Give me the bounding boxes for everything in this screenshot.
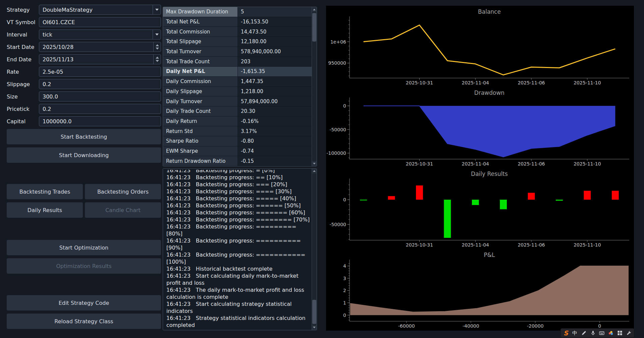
daily-results-chart[interactable]: Daily Results0-500002025-10-312025-11-04…: [326, 168, 634, 249]
statistics-row[interactable]: Return Std 3.17%: [163, 126, 312, 136]
spinner-buttons[interactable]: [153, 42, 161, 52]
stats-scrollbar[interactable]: [312, 7, 317, 166]
edit-strategy-code-button[interactable]: Edit Strategy Code: [7, 295, 161, 311]
start-backtesting-button[interactable]: Start Backtesting: [7, 129, 161, 144]
statistic-name[interactable]: Daily Net P&L: [163, 67, 238, 77]
statistics-row[interactable]: EWM Sharpe -0.74: [163, 146, 312, 156]
chinese-mode-icon[interactable]: 中: [571, 329, 579, 337]
statistics-row[interactable]: Daily Net P&L -1,615.35: [163, 67, 312, 77]
statistic-value[interactable]: 3.17%: [238, 126, 312, 136]
log-message: Backtesting progress: ======== [70%]: [196, 216, 310, 223]
statistics-row[interactable]: Daily Slippage 1,218.00: [163, 87, 312, 97]
statistic-value[interactable]: 12,180.00: [238, 37, 312, 47]
statistics-row[interactable]: Daily Trade Count 20.30: [163, 107, 312, 117]
statistic-name[interactable]: EWM Sharpe: [163, 146, 238, 156]
scroll-down-icon[interactable]: [312, 325, 317, 330]
optimization-results-button[interactable]: Optimization Results: [7, 258, 161, 274]
statistic-name[interactable]: Return Std: [163, 126, 238, 136]
spin-up-icon[interactable]: [156, 57, 159, 59]
statistic-name[interactable]: Total Net P&L: [163, 17, 238, 27]
statistics-row[interactable]: Max Drawdown Duration 5: [163, 7, 312, 17]
statistic-name[interactable]: Total Slippage: [163, 37, 238, 47]
statistic-value[interactable]: -16,153.50: [238, 17, 312, 27]
statistic-value[interactable]: -0.16%: [238, 117, 312, 127]
statistic-value[interactable]: 14,473.50: [238, 27, 312, 37]
statistic-value[interactable]: -0.74: [238, 146, 312, 156]
drawdown-chart[interactable]: Drawdown0-50000-1000002025-10-312025-11-…: [326, 87, 634, 168]
statistic-value[interactable]: -1,615.35: [238, 67, 312, 77]
statistic-value[interactable]: 20.30: [238, 107, 312, 117]
statistic-value[interactable]: 5: [238, 7, 312, 17]
statistic-value[interactable]: 203: [238, 57, 312, 67]
statistic-name[interactable]: Daily Return: [163, 117, 238, 127]
daily-results-button[interactable]: Daily Results: [7, 202, 83, 218]
statistic-value[interactable]: -0.15: [238, 156, 312, 166]
backtesting-orders-button[interactable]: Backtesting Orders: [85, 184, 161, 199]
statistics-row[interactable]: Total Turnover 578,940,000.00: [163, 47, 312, 57]
log-scrollbar[interactable]: [312, 168, 317, 330]
statistics-row[interactable]: Daily Turnover 57,894,000.00: [163, 96, 312, 107]
statistic-value[interactable]: 57,894,000.00: [238, 96, 312, 107]
field-label: Size: [7, 93, 39, 100]
spin-down-icon[interactable]: [156, 48, 159, 50]
start-downloading-button[interactable]: Start Downloading: [7, 147, 161, 163]
grid-icon[interactable]: [616, 329, 624, 337]
statistics-row[interactable]: Return Drawdown Ratio -0.15: [163, 156, 312, 166]
statistics-row[interactable]: Daily Return -0.16%: [163, 117, 312, 127]
spinner-buttons[interactable]: [153, 55, 161, 64]
scroll-up-icon[interactable]: [312, 168, 317, 174]
sogou-logo-icon[interactable]: S: [562, 329, 570, 337]
statistics-row[interactable]: Daily Commission 1,447.35: [163, 77, 312, 87]
scroll-down-icon[interactable]: [312, 161, 317, 166]
field-input[interactable]: 2025/10/28: [39, 42, 161, 52]
spin-down-icon[interactable]: [156, 60, 159, 62]
statistics-row[interactable]: Total Net P&L -16,153.50: [163, 17, 312, 27]
field-input[interactable]: DoubleMaStrategy: [39, 5, 161, 15]
statistic-name[interactable]: Total Commission: [163, 27, 238, 37]
wrench-icon[interactable]: [625, 329, 633, 337]
statistic-name[interactable]: Return Drawdown Ratio: [163, 156, 238, 166]
field-input[interactable]: 2.5e-05: [39, 67, 161, 77]
pnl-distribution-chart[interactable]: P&L43210-60000-40000-200000: [326, 249, 634, 330]
field-input[interactable]: tick: [39, 29, 161, 40]
statistics-row[interactable]: Sharpe Ratio -0.80: [163, 136, 312, 146]
field-input[interactable]: 0.2: [39, 104, 161, 114]
stats-scrollbar-handle[interactable]: [312, 13, 316, 42]
pen-icon[interactable]: [580, 329, 588, 337]
field-input[interactable]: 1000000.0: [39, 116, 161, 126]
emoji-icon[interactable]: [607, 329, 615, 337]
field-input[interactable]: 2025/11/13: [39, 54, 161, 64]
statistic-name[interactable]: Daily Commission: [163, 77, 238, 87]
statistic-name[interactable]: Daily Trade Count: [163, 107, 238, 117]
start-optimization-button[interactable]: Start Optimization: [7, 240, 161, 255]
field-input[interactable]: OI601.CZCE: [39, 17, 161, 27]
statistic-name[interactable]: Daily Turnover: [163, 96, 238, 107]
statistic-value[interactable]: 1,218.00: [238, 87, 312, 97]
field-input[interactable]: 0.2: [39, 79, 161, 89]
mic-icon[interactable]: [589, 329, 597, 337]
scroll-up-icon[interactable]: [312, 7, 317, 12]
statistic-name[interactable]: Sharpe Ratio: [163, 136, 238, 146]
log-scrollbar-handle[interactable]: [312, 300, 316, 324]
keyboard-icon[interactable]: [598, 329, 606, 337]
backtesting-trades-button[interactable]: Backtesting Trades: [7, 184, 83, 199]
dropdown-arrow-icon[interactable]: [153, 30, 161, 39]
statistic-name[interactable]: Daily Slippage: [163, 87, 238, 97]
statistic-name[interactable]: Total Trade Count: [163, 57, 238, 67]
balance-chart[interactable]: Balance1e+069500002025-10-312025-11-0420…: [326, 6, 634, 87]
statistics-row[interactable]: Total Slippage 12,180.00: [163, 37, 312, 47]
reload-strategy-class-button[interactable]: Reload Strategy Class: [7, 314, 161, 329]
statistic-name[interactable]: Max Drawdown Duration: [163, 7, 238, 17]
statistic-name[interactable]: Total Turnover: [163, 47, 238, 57]
candle-chart-button[interactable]: Candle Chart: [85, 202, 161, 218]
statistics-row[interactable]: Total Commission 14,473.50: [163, 27, 312, 37]
field-label: Start Date: [7, 44, 39, 50]
statistics-row[interactable]: Total Trade Count 203: [163, 57, 312, 67]
statistic-value[interactable]: -0.80: [238, 136, 312, 146]
field-input[interactable]: 300.0: [39, 91, 161, 102]
dropdown-arrow-icon[interactable]: [153, 5, 161, 14]
statistic-value[interactable]: 578,940,000.00: [238, 47, 312, 57]
spin-up-icon[interactable]: [156, 44, 159, 46]
statistic-value[interactable]: 1,447.35: [238, 77, 312, 87]
field-value: 0.2: [43, 106, 51, 112]
